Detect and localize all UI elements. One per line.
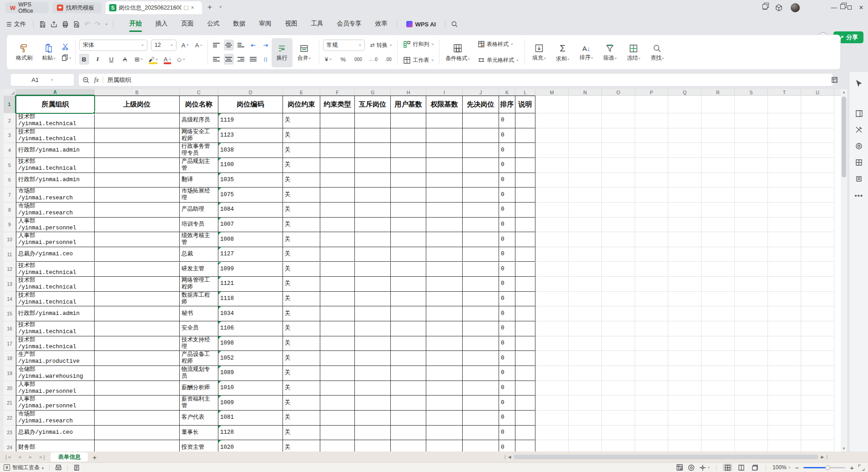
empty-table-cell[interactable] <box>463 113 499 128</box>
align-top-icon[interactable] <box>212 40 222 51</box>
cell-parent[interactable] <box>95 306 180 321</box>
cell-code[interactable]: 1098 <box>218 336 283 351</box>
cell-org[interactable]: 技术部/yinmai.technical <box>16 262 95 277</box>
empty-cell[interactable] <box>668 247 701 262</box>
cell-note[interactable] <box>515 143 535 158</box>
header-cell-F[interactable]: 约束类型 <box>320 96 355 113</box>
empty-table-cell[interactable] <box>391 128 426 143</box>
empty-cell[interactable] <box>535 173 569 188</box>
empty-table-cell[interactable] <box>463 292 499 307</box>
row-number-5[interactable]: 5 <box>4 158 16 173</box>
empty-cell[interactable] <box>801 306 834 321</box>
cell-name[interactable]: 投资主管 <box>180 440 218 452</box>
cell-parent[interactable] <box>95 128 180 143</box>
doc-assistant-icon[interactable] <box>70 464 84 471</box>
cell-code[interactable]: 1034 <box>218 306 283 321</box>
empty-table-cell[interactable] <box>426 292 463 307</box>
empty-cell[interactable] <box>569 381 602 396</box>
empty-cell[interactable] <box>768 232 801 247</box>
underline-button[interactable]: U <box>106 54 116 65</box>
empty-cell[interactable] <box>602 247 635 262</box>
empty-cell[interactable] <box>602 277 635 292</box>
cell-sort[interactable]: 0 <box>499 381 515 396</box>
empty-table-cell[interactable] <box>426 396 463 411</box>
empty-cell[interactable] <box>768 292 801 307</box>
cell-code[interactable]: 1020 <box>218 440 283 452</box>
header-cell-E[interactable]: 岗位约束 <box>283 96 320 113</box>
align-left-icon[interactable] <box>212 54 222 65</box>
wps-ai-menu[interactable]: WPS AI <box>400 21 442 28</box>
new-tab-button[interactable]: + <box>207 3 212 12</box>
empty-cell[interactable] <box>569 113 602 128</box>
empty-table-cell[interactable] <box>391 143 426 158</box>
empty-cell[interactable] <box>569 128 602 143</box>
empty-cell[interactable] <box>535 218 569 233</box>
empty-cell[interactable] <box>801 128 834 143</box>
empty-table-cell[interactable] <box>355 143 391 158</box>
cell-org[interactable]: 技术部/yinmai.technical <box>16 128 95 143</box>
empty-cell[interactable] <box>668 143 701 158</box>
empty-table-cell[interactable] <box>320 321 355 336</box>
empty-table-cell[interactable] <box>463 143 499 158</box>
column-header-T[interactable]: T <box>768 89 801 96</box>
cell-org[interactable]: 行政部/yinmai.admin <box>16 143 95 158</box>
empty-table-cell[interactable] <box>426 262 463 277</box>
column-header-Q[interactable]: Q <box>668 89 701 96</box>
increase-indent-icon[interactable]: ⇥ <box>261 40 271 51</box>
empty-cell[interactable] <box>701 262 735 277</box>
row-number-22[interactable]: 22 <box>4 411 16 426</box>
empty-cell[interactable] <box>735 426 768 441</box>
cell-org[interactable]: 行政部/yinmai.admin <box>16 306 95 321</box>
empty-table-cell[interactable] <box>320 292 355 307</box>
row-number-24[interactable]: 24 <box>4 440 16 452</box>
cell-parent[interactable] <box>95 218 180 233</box>
empty-cell[interactable] <box>768 366 801 381</box>
empty-cell[interactable] <box>735 306 768 321</box>
cell-parent[interactable] <box>95 440 180 452</box>
column-header-J[interactable]: J <box>463 89 499 96</box>
table-row[interactable]: 8市场部/yinmai.research产品助理1084关0 <box>4 203 841 218</box>
empty-table-cell[interactable] <box>355 321 391 336</box>
cell-constraint[interactable]: 关 <box>283 113 320 128</box>
cell-sort[interactable]: 0 <box>499 366 515 381</box>
cell-org[interactable]: 财务部 <box>16 440 95 452</box>
empty-cell[interactable] <box>735 158 768 173</box>
cell-name[interactable]: 产品设备工程师 <box>180 351 218 366</box>
empty-table-cell[interactable] <box>355 188 391 203</box>
empty-table-cell[interactable] <box>426 158 463 173</box>
empty-cell[interactable] <box>801 321 834 336</box>
row-number-10[interactable]: 10 <box>4 232 16 247</box>
empty-cell[interactable] <box>801 411 834 426</box>
empty-cell[interactable] <box>535 203 569 218</box>
empty-cell[interactable] <box>602 366 635 381</box>
empty-table-cell[interactable] <box>426 247 463 262</box>
empty-table-cell[interactable] <box>355 306 391 321</box>
tab-document[interactable]: S 岗位信息_20250622160055.x 🖵 × <box>106 1 202 14</box>
empty-cell[interactable] <box>668 203 701 218</box>
empty-cell[interactable] <box>635 321 668 336</box>
empty-cell[interactable] <box>735 113 768 128</box>
cell-org[interactable]: 技术部/yinmai.technical <box>16 113 95 128</box>
cell-constraint[interactable]: 关 <box>283 321 320 336</box>
row-number-18[interactable]: 18 <box>4 351 16 366</box>
cell-parent[interactable] <box>95 411 180 426</box>
empty-cell[interactable] <box>635 143 668 158</box>
cell-constraint[interactable]: 关 <box>283 143 320 158</box>
align-center-icon[interactable] <box>224 54 234 65</box>
empty-table-cell[interactable] <box>391 440 426 452</box>
empty-cell[interactable] <box>635 247 668 262</box>
empty-cell[interactable] <box>602 158 635 173</box>
stamp-icon[interactable] <box>849 139 868 153</box>
empty-cell[interactable] <box>668 336 701 351</box>
clear-format-button[interactable]: ◇˅ <box>176 54 186 65</box>
header-cell-A[interactable]: 所属组织 <box>16 96 95 113</box>
empty-table-cell[interactable] <box>463 218 499 233</box>
locate-cell-button[interactable]: ˅ <box>699 464 710 471</box>
empty-cell[interactable] <box>602 396 635 411</box>
empty-cell[interactable] <box>701 232 735 247</box>
menu-tab-1[interactable]: 插入 <box>148 15 174 33</box>
cell-code[interactable]: 1118 <box>218 292 283 307</box>
empty-cell[interactable] <box>602 188 635 203</box>
user-avatar[interactable] <box>791 3 800 12</box>
table-row[interactable]: 12技术部/yinmai.technical研发主管1099关0 <box>4 262 841 277</box>
